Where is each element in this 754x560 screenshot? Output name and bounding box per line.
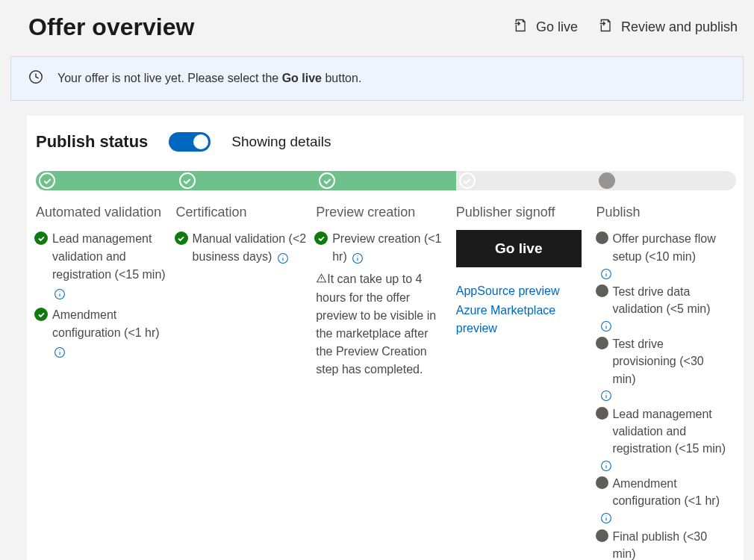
step: Manual validation (<2 business days): [176, 230, 309, 266]
pending-icon: [596, 407, 608, 420]
step-label: Lead management validation and registrat…: [612, 408, 726, 455]
info-icon[interactable]: [600, 390, 612, 402]
publish-panel: Publish status Showing details Automated…: [27, 116, 744, 560]
svg-point-12: [358, 255, 358, 256]
info-icon[interactable]: [600, 512, 612, 524]
info-icon[interactable]: [600, 268, 612, 280]
step: Test drive provisioning (<30 min): [596, 335, 729, 388]
step-label: Manual validation (<2 business days): [193, 232, 307, 263]
step: Test drive data validation (<5 min): [596, 283, 729, 317]
info-icon[interactable]: [352, 252, 364, 264]
progress-icons: [36, 171, 736, 190]
stage-title: Publish: [596, 204, 729, 221]
step-label: Test drive provisioning (<30 min): [612, 337, 703, 385]
svg-point-26: [606, 463, 607, 464]
info-icon[interactable]: [600, 460, 612, 472]
svg-point-3: [59, 291, 60, 292]
step-label: Final publish (<30 min): [612, 530, 707, 560]
step-label: Preview creation (<1 hr): [332, 232, 441, 263]
warning-icon: [316, 271, 327, 289]
step: Lead management validation and registrat…: [36, 230, 169, 302]
check-icon: [314, 231, 328, 245]
go-live-icon: [514, 18, 529, 37]
stage-title: Certification: [176, 204, 309, 221]
note-text: It can take up to 4 hours for the offer …: [316, 273, 436, 376]
review-publish-icon: [599, 18, 614, 37]
banner-suffix: button.: [322, 72, 361, 84]
header-actions: Go live Review and publish: [514, 18, 738, 37]
step: Lead management validation and registrat…: [596, 405, 729, 458]
info-icon[interactable]: [54, 346, 66, 358]
details-toggle[interactable]: [169, 132, 211, 152]
step-label: Amendment configuration (<1 hr): [52, 308, 160, 339]
pending-icon: [596, 284, 608, 297]
panel-title: Publish status: [36, 132, 148, 152]
stage-title: Preview creation: [316, 204, 449, 221]
info-banner: Your offer is not live yet. Please selec…: [10, 56, 744, 101]
info-icon[interactable]: [277, 252, 289, 264]
stage-check-icon: [319, 172, 335, 189]
svg-point-6: [59, 349, 60, 350]
step: Offer purchase flow setup (<10 min): [596, 230, 729, 264]
check-icon: [175, 231, 188, 245]
pending-icon: [596, 231, 608, 244]
azure-marketplace-preview-link[interactable]: Azure Marketplace preview: [456, 302, 589, 337]
banner-prefix: Your offer is not live yet. Please selec…: [57, 72, 282, 84]
pending-icon: [596, 337, 608, 349]
stage-certification: Certification Manual validation (<2 busi…: [176, 204, 317, 560]
toggle-label: Showing details: [231, 134, 331, 150]
pending-icon: [596, 529, 608, 542]
step-label: Test drive data validation (<5 min): [612, 285, 710, 315]
go-live-action[interactable]: Go live: [514, 18, 578, 37]
page-title: Offer overview: [28, 13, 194, 41]
svg-point-23: [606, 393, 607, 394]
svg-point-17: [606, 271, 607, 272]
step-label: Offer purchase flow setup (<10 min): [612, 232, 715, 262]
review-publish-action[interactable]: Review and publish: [599, 18, 738, 37]
svg-point-20: [606, 323, 607, 324]
banner-text: Your offer is not live yet. Please selec…: [57, 72, 361, 85]
svg-point-29: [606, 516, 607, 517]
svg-point-14: [321, 281, 322, 281]
stage-automated-validation: Automated validation Lead management val…: [36, 204, 176, 560]
stage-pending-icon: [599, 172, 615, 189]
step-label: Lead management validation and registrat…: [52, 232, 166, 281]
preview-note: It can take up to 4 hours for the offer …: [316, 270, 449, 379]
stage-title: Automated validation: [36, 204, 169, 221]
svg-point-9: [282, 255, 283, 256]
appsource-preview-link[interactable]: AppSource preview: [456, 282, 589, 300]
step: Amendment configuration (<1 hr): [36, 306, 169, 360]
info-icon[interactable]: [54, 287, 66, 299]
step: Preview creation (<1 hr): [316, 230, 449, 266]
stages-row: Automated validation Lead management val…: [36, 204, 736, 560]
stage-publisher-signoff: Publisher signoff Go live AppSource prev…: [456, 204, 596, 560]
check-icon: [34, 231, 48, 245]
stage-check-icon: [179, 172, 196, 189]
progress-bar: [36, 171, 736, 190]
stage-publish: Publish Offer purchase flow setup (<10 m…: [596, 204, 736, 560]
stage-preview-creation: Preview creation Preview creation (<1 hr…: [316, 204, 456, 560]
review-publish-label: Review and publish: [621, 19, 738, 35]
go-live-button[interactable]: Go live: [456, 230, 582, 267]
stage-check-icon: [459, 172, 476, 189]
pending-icon: [596, 476, 608, 489]
panel-header: Publish status Showing details: [36, 132, 736, 152]
banner-bold: Go live: [282, 72, 322, 84]
go-live-label: Go live: [536, 19, 578, 35]
step: Final publish (<30 min): [596, 528, 729, 560]
stage-check-icon: [39, 172, 55, 189]
info-icon[interactable]: [600, 320, 612, 332]
step: Amendment configuration (<1 hr): [596, 475, 729, 509]
check-icon: [34, 308, 48, 321]
clock-icon: [28, 69, 44, 88]
page-header: Offer overview Go live Review and publis…: [0, 0, 754, 56]
stage-title: Publisher signoff: [456, 204, 589, 221]
step-label: Amendment configuration (<1 hr): [612, 477, 720, 507]
